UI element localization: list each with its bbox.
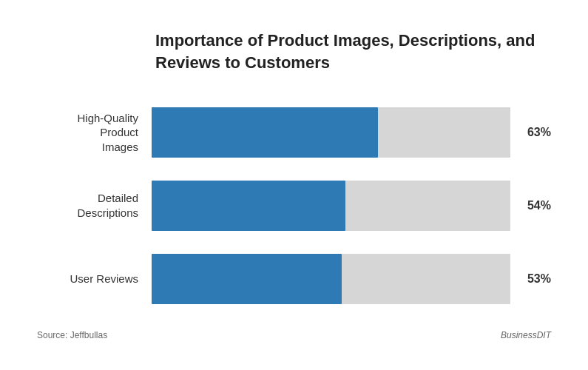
- chart-title: Importance of Product Images, Descriptio…: [37, 30, 551, 73]
- bar-row-1: High-Quality ProductImages 63%: [37, 103, 551, 162]
- brand-text: BusinessDIT: [501, 330, 551, 340]
- source-text: Source: Jeffbullas: [37, 330, 107, 340]
- bar-value-3: 53%: [510, 272, 551, 286]
- bar-row-2: Detailed Descriptions 54%: [37, 176, 551, 235]
- bar-label-3: User Reviews: [37, 272, 152, 286]
- bar-label-2: Detailed Descriptions: [37, 191, 152, 220]
- title-line2: Reviews to Customers: [155, 53, 330, 72]
- bar-label-1: High-Quality ProductImages: [37, 111, 152, 155]
- chart-footer: Source: Jeffbullas BusinessDIT: [37, 330, 551, 340]
- bar-fill-3: [152, 254, 342, 304]
- bar-track-1: [152, 107, 510, 158]
- bar-value-1: 63%: [510, 126, 551, 139]
- bar-row-3: User Reviews 53%: [37, 249, 551, 309]
- bar-track-3: [152, 254, 510, 304]
- bar-track-2: [152, 181, 510, 231]
- bar-fill-2: [152, 181, 345, 231]
- chart-container: Importance of Product Images, Descriptio…: [0, 0, 588, 370]
- bar-value-2: 54%: [510, 199, 551, 212]
- bars-area: High-Quality ProductImages 63% Detailed …: [37, 95, 551, 323]
- title-line1: Importance of Product Images, Descriptio…: [155, 31, 535, 50]
- bar-fill-1: [152, 107, 378, 158]
